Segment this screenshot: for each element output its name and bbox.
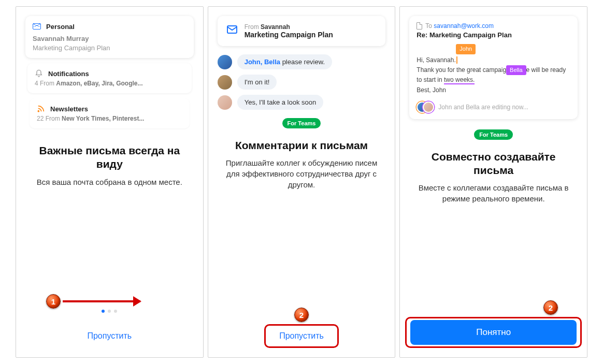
bottom-controls: Понятно 2 <box>400 320 587 357</box>
annotation-marker-2: 2 <box>543 300 558 315</box>
avatar-stack <box>417 101 434 113</box>
annotation-arrow <box>63 300 140 302</box>
svg-point-0 <box>38 111 39 112</box>
avatar <box>218 75 232 90</box>
dot-2 <box>108 310 111 313</box>
avatar <box>218 55 232 69</box>
email-subject: Marketing Campaign Plan <box>33 44 186 52</box>
bottom-controls: Пропустить 1 <box>16 310 203 357</box>
bell-icon <box>35 69 43 78</box>
mail-icon <box>33 22 41 31</box>
inbox-card-newsletters: Newsletters 22 From New York Times, Pint… <box>30 98 190 128</box>
email-body: John Hi, Savannah. Thank you for the gre… <box>417 44 570 95</box>
dot-3 <box>114 310 117 313</box>
onboarding-screen-1: Personal Savannah Murray Marketing Campa… <box>16 6 204 358</box>
onboarding-headline: Комментарии к письмам <box>219 139 385 152</box>
illustration-area: Personal Savannah Murray Marketing Campa… <box>16 7 203 134</box>
compose-preview-card: To savannah@work.com Re: Marketing Campa… <box>409 16 578 119</box>
category-label: Newsletters <box>50 105 88 113</box>
email-preview-card: From Savannah Marketing Campaign Plan <box>218 16 386 46</box>
onboarding-subtext: Приглашайте коллег к обсуждению писем дл… <box>220 157 384 190</box>
recipient-email: savannah@work.com <box>434 22 494 30</box>
annotation-marker-2: 2 <box>294 308 309 322</box>
page-indicator <box>26 310 193 313</box>
user-tag-john: John <box>456 44 476 54</box>
dot-1 <box>102 310 105 313</box>
document-icon <box>417 22 422 30</box>
onboarding-screen-3: To savannah@work.com Re: Marketing Campa… <box>399 6 587 358</box>
onboarding-headline: Важные письма всегда на виду <box>26 144 193 171</box>
avatar <box>218 95 232 110</box>
sender-name: Savannah Murray <box>33 35 186 42</box>
category-label: Notifications <box>48 70 89 78</box>
skip-button[interactable]: Пропустить <box>79 327 140 345</box>
comment-bubble: Yes, I'll take a look soon <box>237 95 324 110</box>
to-line: To savannah@work.com <box>417 22 570 30</box>
from-line: From Savannah <box>245 23 333 31</box>
avatar <box>423 101 434 113</box>
comment-row: John, Bella please review. <box>218 54 386 69</box>
category-label: Personal <box>46 23 75 31</box>
comment-row: Yes, I'll take a look soon <box>218 95 386 110</box>
onboarding-screen-2: From Savannah Marketing Campaign Plan Jo… <box>208 6 396 358</box>
onboarding-subtext: Вместе с коллегами создавайте письма в р… <box>411 182 576 204</box>
illustration-area: From Savannah Marketing Campaign Plan Jo… <box>208 7 395 128</box>
bottom-controls: Пропустить 2 <box>208 310 395 357</box>
user-tag-bella: Bella <box>506 65 526 76</box>
for-teams-badge: For Teams <box>282 118 321 128</box>
for-teams-badge: For Teams <box>474 129 513 140</box>
skip-button[interactable]: Пропустить <box>271 327 332 345</box>
comment-bubble: I'm on it! <box>237 75 277 90</box>
onboarding-headline: Совместно создавайте письма <box>410 150 577 178</box>
inbox-card-notifications: Notifications 4 From Amazon, eBay, Jira,… <box>27 63 192 93</box>
editing-indicator: John and Bella are editing now... <box>417 101 570 113</box>
email-subject: Marketing Campaign Plan <box>245 31 333 39</box>
category-summary: 22 From New York Times, Pinterest... <box>37 115 182 122</box>
annotation-marker-1: 1 <box>46 294 61 309</box>
category-summary: 4 From Amazon, eBay, Jira, Google... <box>35 80 184 87</box>
email-subject: Re: Marketing Campaign Plan <box>417 31 570 39</box>
comment-row: I'm on it! <box>218 75 386 90</box>
got-it-button[interactable]: Понятно <box>410 320 577 345</box>
illustration-area: To savannah@work.com Re: Marketing Campa… <box>400 7 587 140</box>
mail-icon <box>226 23 238 38</box>
inbox-card-personal: Personal Savannah Murray Marketing Campa… <box>25 16 194 58</box>
rss-icon <box>37 105 45 113</box>
comment-bubble: John, Bella please review. <box>237 54 332 69</box>
onboarding-subtext: Вся ваша почта собрана в одном месте. <box>27 177 192 187</box>
